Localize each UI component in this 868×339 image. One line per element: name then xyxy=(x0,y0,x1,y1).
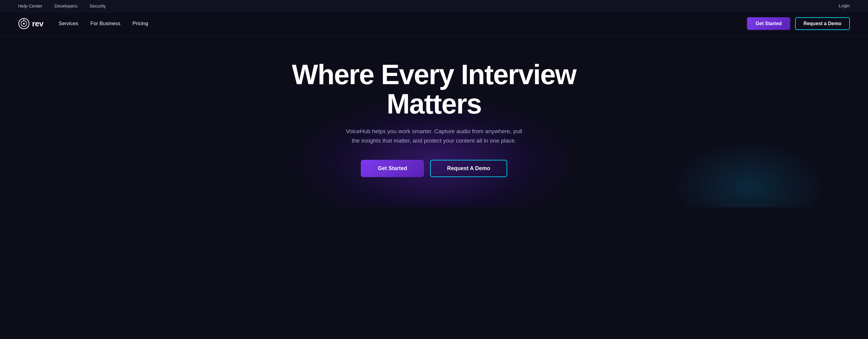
help-center-link[interactable]: Help Center xyxy=(18,3,42,8)
hero-get-started-button[interactable]: Get Started xyxy=(361,160,424,177)
developers-link[interactable]: Developers xyxy=(55,3,78,8)
for-business-nav-link[interactable]: For Business xyxy=(90,21,120,27)
logo-text: rev xyxy=(32,19,43,28)
top-bar: Help Center Developers Security Login xyxy=(0,0,868,12)
hero-subtitle: VoiceHub helps you work smarter. Capture… xyxy=(343,127,525,145)
nav-left: rev Services For Business Pricing xyxy=(18,18,148,29)
top-bar-right: Login xyxy=(839,3,850,8)
hero-buttons: Get Started Request A Demo xyxy=(268,160,600,177)
hero-title: Where Every Interview Matters xyxy=(268,60,600,118)
services-nav-link[interactable]: Services xyxy=(59,21,78,27)
logo[interactable]: rev xyxy=(18,18,43,29)
hero-section: Where Every Interview Matters VoiceHub h… xyxy=(0,36,868,207)
svg-point-2 xyxy=(23,23,25,25)
main-nav: rev Services For Business Pricing Get St… xyxy=(0,12,868,36)
nav-links: Services For Business Pricing xyxy=(59,21,148,27)
security-link[interactable]: Security xyxy=(90,3,106,8)
nav-request-demo-button[interactable]: Request a Demo xyxy=(795,17,850,30)
pricing-nav-link[interactable]: Pricing xyxy=(132,21,148,27)
nav-get-started-button[interactable]: Get Started xyxy=(747,17,790,30)
top-bar-links: Help Center Developers Security xyxy=(18,3,106,8)
hero-content: Where Every Interview Matters VoiceHub h… xyxy=(268,60,600,177)
rev-logo-icon xyxy=(18,18,30,29)
hero-request-demo-button[interactable]: Request A Demo xyxy=(430,160,507,177)
nav-right: Get Started Request a Demo xyxy=(747,17,850,30)
login-link[interactable]: Login xyxy=(839,3,850,8)
